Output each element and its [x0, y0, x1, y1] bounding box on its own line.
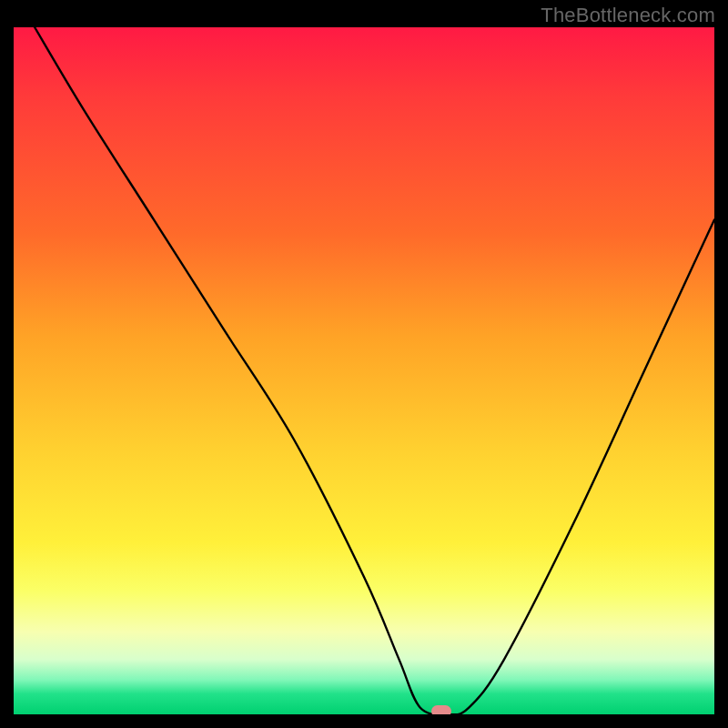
watermark-text: TheBottleneck.com — [541, 4, 715, 27]
bottleneck-curve — [14, 27, 714, 714]
optimal-marker — [431, 705, 451, 714]
plot-area — [14, 27, 714, 714]
chart-frame: TheBottleneck.com — [0, 0, 728, 728]
